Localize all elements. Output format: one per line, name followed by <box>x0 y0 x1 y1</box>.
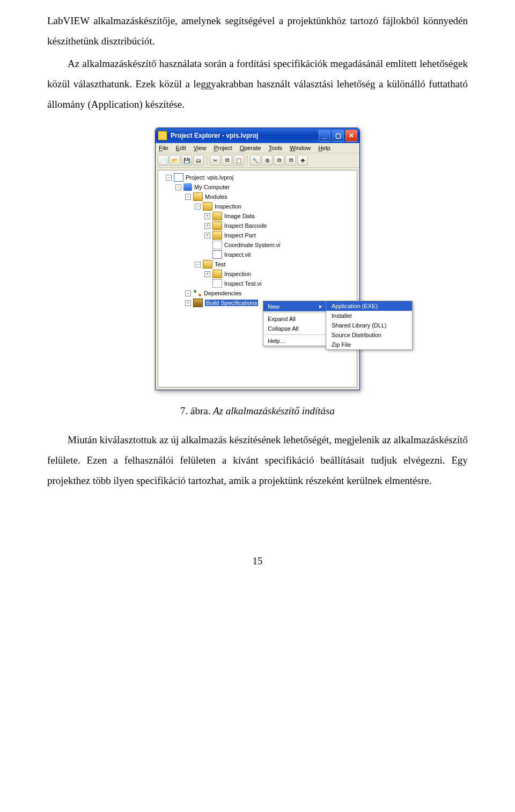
minimize-button[interactable]: _ <box>319 130 330 141</box>
vit-icon <box>212 250 222 259</box>
collapse-icon[interactable]: − <box>185 194 191 200</box>
page-number: 15 <box>47 555 468 567</box>
separator-icon <box>264 312 326 313</box>
arrow-right-icon: ▸ <box>319 303 322 310</box>
ctx-collapse-all[interactable]: Collapse All <box>263 324 327 333</box>
menu-file[interactable]: File <box>159 145 168 151</box>
tree-imagedata[interactable]: Image Data <box>224 213 255 219</box>
tool-copy-icon[interactable]: ⧉ <box>222 155 232 166</box>
tool-cut-icon[interactable]: ✂ <box>210 155 220 166</box>
tool-open-icon[interactable]: 📂 <box>170 155 180 166</box>
tool-icon[interactable]: ❖ <box>297 155 308 166</box>
expand-icon[interactable]: + <box>185 300 191 306</box>
tree-mycomputer[interactable]: My Computer <box>194 184 230 190</box>
tool-new-icon[interactable]: 📄 <box>158 155 168 166</box>
expand-icon[interactable]: + <box>204 213 210 219</box>
context-menu: New ▸ Expand All Collapse All Help… <box>263 301 327 346</box>
folder-icon <box>212 221 222 230</box>
separator-icon <box>247 155 247 165</box>
context-submenu: Application (EXE) Installer Shared Libra… <box>326 301 413 350</box>
close-button[interactable]: ✕ <box>345 130 357 141</box>
expand-icon[interactable]: + <box>204 223 210 229</box>
tree-inspect-part[interactable]: Inspect Part <box>224 232 256 239</box>
folder-icon <box>212 212 222 220</box>
project-explorer-window: Project Explorer - vpis.lvproj _ ▢ ✕ Fil… <box>155 128 360 390</box>
caption-text: Az alkalmazáskészítő indítása <box>211 405 335 416</box>
sub-application-exe[interactable]: Application (EXE) <box>326 301 412 311</box>
tree-inspect-barcode[interactable]: Inspect Barcode <box>224 222 267 229</box>
project-icon <box>174 173 183 182</box>
tool-icon[interactable]: ⚙ <box>262 155 273 166</box>
sub-source-distribution[interactable]: Source Distribution <box>326 330 412 340</box>
project-tree: −Project: vpis.lvproj −My Computer −Modu… <box>158 170 357 388</box>
build-icon <box>193 299 203 307</box>
figure-caption: 7. ábra. Az alkalmazáskészítő indítása <box>47 405 468 417</box>
tree-inspection[interactable]: Inspection <box>215 203 241 210</box>
menu-operate[interactable]: Operate <box>240 145 261 151</box>
ctx-expand-all[interactable]: Expand All <box>263 314 327 324</box>
folder-icon <box>212 270 222 278</box>
tree-project[interactable]: Project: vpis.lvproj <box>186 174 233 181</box>
tool-paste-icon[interactable]: 📋 <box>233 155 244 166</box>
menu-project[interactable]: Project <box>214 145 232 151</box>
dependencies-icon <box>193 289 202 297</box>
expand-icon[interactable]: + <box>204 233 210 239</box>
tree-dependencies[interactable]: Dependencies <box>204 290 241 296</box>
sub-installer[interactable]: Installer <box>326 311 412 321</box>
menu-help[interactable]: Help <box>318 145 330 151</box>
paragraph-3: Miután kiválasztottuk az új alkalmazás k… <box>47 430 468 491</box>
tool-save-icon[interactable]: 💾 <box>181 155 192 166</box>
vi-icon <box>212 241 222 249</box>
sub-zip-file[interactable]: Zip File <box>326 340 412 349</box>
folder-icon <box>193 192 203 201</box>
separator-icon <box>207 155 207 165</box>
maximize-button[interactable]: ▢ <box>332 130 344 141</box>
tree-build-spec[interactable]: Build Specifications <box>205 300 258 306</box>
menu-edit[interactable]: Edit <box>176 145 186 151</box>
caption-number: 7. ábra. <box>180 405 210 416</box>
tree-inspect-vit[interactable]: Inspect.vit <box>224 251 251 258</box>
menu-tools[interactable]: Tools <box>268 145 282 151</box>
titlebar: Project Explorer - vpis.lvproj _ ▢ ✕ <box>156 128 359 143</box>
ctx-help[interactable]: Help… <box>263 336 327 346</box>
separator-icon <box>264 334 326 335</box>
tree-inspect-test-vi[interactable]: Inspect Test.vi <box>224 280 262 287</box>
tool-saveall-icon[interactable]: 🗂 <box>193 155 204 166</box>
tree-coord-vi[interactable]: Coordinate System.vi <box>224 242 281 248</box>
collapse-icon[interactable]: − <box>166 175 172 181</box>
menu-window[interactable]: Window <box>290 145 311 151</box>
menu-view[interactable]: View <box>194 145 207 151</box>
folder-icon <box>212 231 222 240</box>
menubar: File Edit View Project Operate Tools Win… <box>156 143 359 153</box>
window-title: Project Explorer - vpis.lvproj <box>171 132 258 139</box>
collapse-icon[interactable]: − <box>195 204 201 210</box>
sub-shared-library-dll[interactable]: Shared Library (DLL) <box>326 321 412 330</box>
tool-icon[interactable]: 🔧 <box>250 155 261 166</box>
tool-icon[interactable]: ⧉ <box>274 155 284 166</box>
folder-icon <box>203 202 212 211</box>
figure: Project Explorer - vpis.lvproj _ ▢ ✕ Fil… <box>47 128 468 390</box>
tree-modules[interactable]: Modules <box>205 193 227 200</box>
tool-icon[interactable]: ⧉ <box>285 155 296 166</box>
vi-icon <box>212 279 222 288</box>
folder-icon <box>203 260 212 269</box>
toolbar: 📄 📂 💾 🗂 ✂ ⧉ 📋 🔧 ⚙ ⧉ ⧉ ❖ <box>156 153 359 168</box>
computer-icon <box>183 183 192 191</box>
tree-test[interactable]: Test <box>215 261 225 267</box>
ctx-new-label: New <box>268 303 279 310</box>
collapse-icon[interactable]: − <box>195 262 201 267</box>
paragraph-2: Az alkalmazáskészítő használata során a … <box>47 54 468 115</box>
expand-icon[interactable]: + <box>204 271 210 277</box>
collapse-icon[interactable]: − <box>175 184 181 190</box>
tree-test-inspection[interactable]: Inspection <box>224 271 251 277</box>
collapse-icon[interactable]: − <box>185 290 191 296</box>
paragraph-1: LabVIEW alkalmazáskészítője, amelynek se… <box>47 11 468 51</box>
ctx-new[interactable]: New ▸ <box>263 301 327 311</box>
app-icon <box>158 131 167 140</box>
